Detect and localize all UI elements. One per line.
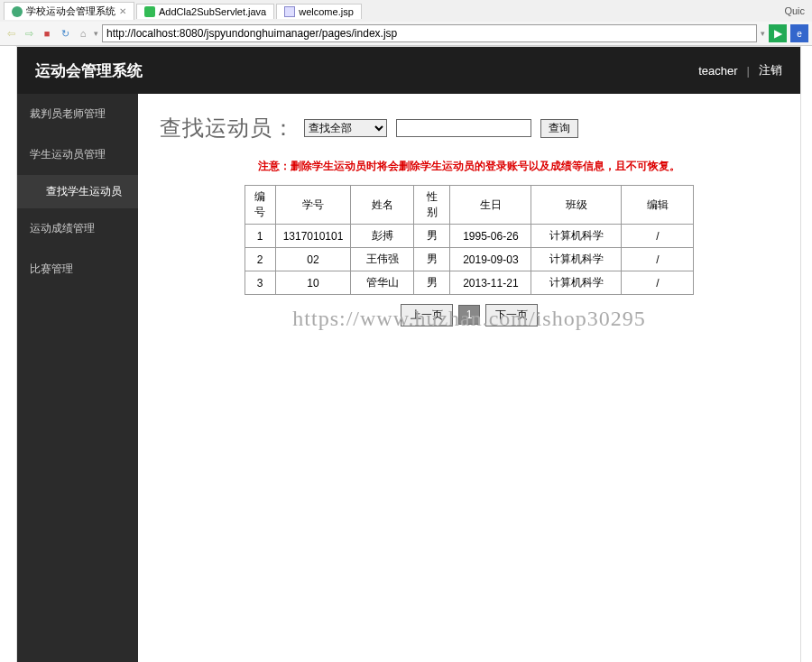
- app-shell: 运动会管理系统 teacher | 注销 裁判员老师管理 学生运动员管理 查找学…: [16, 46, 801, 662]
- browser-tab[interactable]: welcome.jsp: [276, 4, 362, 19]
- sidebar-item-match[interactable]: 比赛管理: [17, 249, 138, 290]
- tab-label: welcome.jsp: [299, 6, 354, 17]
- app-title: 运动会管理系统: [35, 60, 143, 81]
- table-cell: 10: [275, 271, 351, 295]
- search-input[interactable]: [396, 119, 531, 137]
- table-cell: 计算机科学: [531, 225, 622, 248]
- header-right: teacher | 注销: [698, 62, 782, 78]
- browser-tab[interactable]: 学校运动会管理系统 ✕: [4, 2, 134, 20]
- table-cell: 计算机科学: [531, 248, 622, 271]
- table-cell[interactable]: /: [622, 248, 694, 271]
- main-content: 查找运动员： 查找全部 查询 注意：删除学生运动员时将会删除学生运动员的登录账号…: [138, 94, 800, 662]
- java-icon: [144, 6, 155, 17]
- pager: 上一页 1 下一页: [160, 304, 779, 326]
- athlete-table: 编号 学号 姓名 性别 生日 班级 编辑 11317010101彭搏男1995-…: [245, 185, 695, 295]
- sidebar-item-score[interactable]: 运动成绩管理: [17, 208, 138, 249]
- url-input[interactable]: [102, 24, 757, 42]
- home-icon[interactable]: ⌂: [76, 26, 90, 41]
- go-button[interactable]: ▶: [769, 24, 787, 42]
- table-cell: 1995-06-26: [450, 225, 531, 248]
- globe-icon: [12, 6, 23, 17]
- table-cell: 2019-09-03: [450, 248, 531, 271]
- table-cell[interactable]: /: [622, 271, 694, 295]
- dropdown-icon[interactable]: ▾: [94, 29, 98, 38]
- table-cell[interactable]: /: [622, 225, 694, 248]
- search-type-select[interactable]: 查找全部: [304, 119, 387, 137]
- search-row: 查找运动员： 查找全部 查询: [160, 114, 779, 143]
- app-header: 运动会管理系统 teacher | 注销: [17, 47, 800, 94]
- table-row: 202王伟强男2019-09-03计算机科学/: [245, 248, 694, 271]
- back-icon[interactable]: ⇦: [4, 26, 18, 41]
- table-row: 11317010101彭搏男1995-06-26计算机科学/: [245, 225, 694, 248]
- sidebar-item-athlete[interactable]: 学生运动员管理: [17, 134, 138, 175]
- table-cell: 彭搏: [351, 225, 414, 248]
- browser-tabs: 学校运动会管理系统 ✕ AddCla2SubServlet.java welco…: [0, 0, 812, 22]
- col-no: 学号: [275, 186, 351, 225]
- jsp-icon: [284, 6, 295, 17]
- col-birth: 生日: [450, 186, 531, 225]
- browser-engine-icon[interactable]: e: [790, 24, 808, 42]
- tab-label: 学校运动会管理系统: [26, 5, 115, 18]
- table-header-row: 编号 学号 姓名 性别 生日 班级 编辑: [245, 186, 694, 225]
- table-cell: 管华山: [351, 271, 414, 295]
- logout-link[interactable]: 注销: [759, 62, 782, 78]
- table-cell: 男: [414, 271, 450, 295]
- col-class: 班级: [531, 186, 622, 225]
- col-name: 姓名: [351, 186, 414, 225]
- tab-label: AddCla2SubServlet.java: [159, 6, 266, 17]
- refresh-icon[interactable]: ↻: [58, 26, 72, 41]
- table-cell: 2: [245, 248, 275, 271]
- table-cell: 计算机科学: [531, 271, 622, 295]
- table-cell: 男: [414, 248, 450, 271]
- table-cell: 2013-11-21: [450, 271, 531, 295]
- close-icon[interactable]: ✕: [119, 6, 126, 16]
- sidebar: 裁判员老师管理 学生运动员管理 查找学生运动员 运动成绩管理 比赛管理: [17, 94, 138, 662]
- sidebar-item-search-athlete[interactable]: 查找学生运动员: [17, 175, 138, 208]
- table-cell: 王伟强: [351, 248, 414, 271]
- dropdown-icon[interactable]: ▾: [761, 29, 765, 38]
- user-label: teacher: [698, 64, 737, 78]
- browser-tab[interactable]: AddCla2SubServlet.java: [136, 4, 274, 19]
- stop-icon[interactable]: ■: [40, 26, 54, 41]
- body-wrap: 裁判员老师管理 学生运动员管理 查找学生运动员 运动成绩管理 比赛管理 查找运动…: [17, 94, 800, 662]
- table-row: 310管华山男2013-11-21计算机科学/: [245, 271, 694, 295]
- col-id: 编号: [245, 186, 275, 225]
- sidebar-item-referee[interactable]: 裁判员老师管理: [17, 94, 138, 134]
- col-gender: 性别: [414, 186, 450, 225]
- current-page[interactable]: 1: [458, 305, 481, 325]
- divider: |: [747, 64, 750, 78]
- forward-icon[interactable]: ⇨: [22, 26, 36, 41]
- table-cell: 1317010101: [275, 225, 351, 248]
- search-button[interactable]: 查询: [540, 119, 578, 138]
- table-cell: 3: [245, 271, 275, 295]
- prev-page-button[interactable]: 上一页: [401, 304, 453, 326]
- browser-navbar: ⇦ ⇨ ■ ↻ ⌂ ▾ ▾ ▶ e: [0, 22, 812, 45]
- quick-label: Quic: [784, 5, 808, 16]
- table-cell: 1: [245, 225, 275, 248]
- browser-chrome: 学校运动会管理系统 ✕ AddCla2SubServlet.java welco…: [0, 0, 812, 46]
- col-edit: 编辑: [622, 186, 694, 225]
- delete-notice: 注意：删除学生运动员时将会删除学生运动员的登录账号以及成绩等信息，且不可恢复。: [160, 159, 779, 174]
- table-cell: 02: [275, 248, 351, 271]
- next-page-button[interactable]: 下一页: [485, 304, 538, 326]
- search-title: 查找运动员：: [160, 114, 295, 143]
- table-cell: 男: [414, 225, 450, 248]
